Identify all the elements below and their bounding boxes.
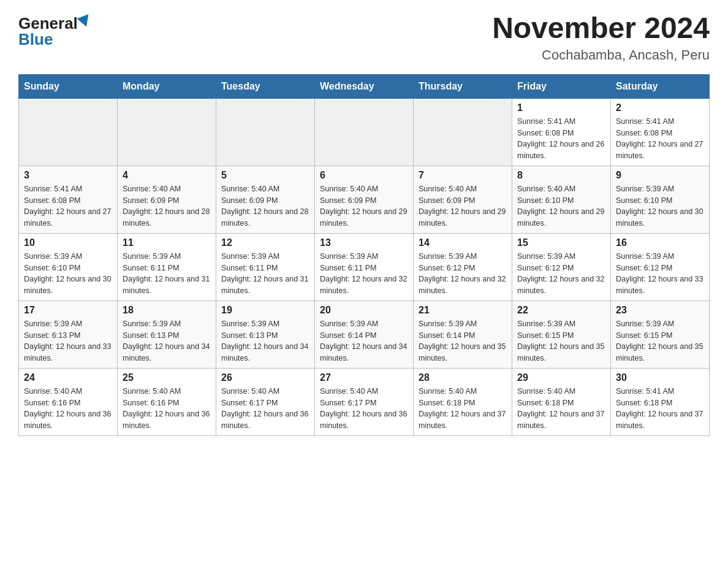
day-info: Sunrise: 5:39 AMSunset: 6:13 PMDaylight:…	[123, 318, 211, 364]
day-info: Sunrise: 5:40 AMSunset: 6:18 PMDaylight:…	[517, 386, 605, 432]
day-info: Sunrise: 5:40 AMSunset: 6:17 PMDaylight:…	[320, 386, 408, 432]
calendar-day-cell: 7Sunrise: 5:40 AMSunset: 6:09 PMDaylight…	[414, 166, 512, 233]
calendar-day-cell: 24Sunrise: 5:40 AMSunset: 6:16 PMDayligh…	[19, 368, 118, 435]
day-info: Sunrise: 5:39 AMSunset: 6:12 PMDaylight:…	[517, 251, 605, 297]
calendar-table: SundayMondayTuesdayWednesdayThursdayFrid…	[18, 74, 710, 436]
day-number: 20	[320, 305, 408, 316]
day-number: 7	[419, 170, 507, 181]
calendar-day-cell: 23Sunrise: 5:39 AMSunset: 6:15 PMDayligh…	[611, 301, 710, 368]
calendar-day-cell: 17Sunrise: 5:39 AMSunset: 6:13 PMDayligh…	[19, 301, 118, 368]
calendar-day-cell: 18Sunrise: 5:39 AMSunset: 6:13 PMDayligh…	[118, 301, 216, 368]
page-subtitle: Cochabamba, Ancash, Peru	[492, 47, 710, 63]
calendar-day-cell: 10Sunrise: 5:39 AMSunset: 6:10 PMDayligh…	[19, 233, 118, 301]
calendar-day-cell: 27Sunrise: 5:40 AMSunset: 6:17 PMDayligh…	[315, 368, 414, 435]
day-number: 5	[221, 170, 309, 181]
calendar-day-cell: 9Sunrise: 5:39 AMSunset: 6:10 PMDaylight…	[611, 166, 710, 233]
day-info: Sunrise: 5:39 AMSunset: 6:11 PMDaylight:…	[320, 251, 408, 297]
day-info: Sunrise: 5:40 AMSunset: 6:09 PMDaylight:…	[123, 183, 211, 229]
day-info: Sunrise: 5:40 AMSunset: 6:09 PMDaylight:…	[320, 183, 408, 229]
calendar-day-cell: 15Sunrise: 5:39 AMSunset: 6:12 PMDayligh…	[512, 233, 611, 301]
day-info: Sunrise: 5:39 AMSunset: 6:15 PMDaylight:…	[517, 318, 605, 364]
day-number: 30	[616, 372, 704, 383]
day-info: Sunrise: 5:39 AMSunset: 6:13 PMDaylight:…	[221, 318, 309, 364]
day-info: Sunrise: 5:39 AMSunset: 6:14 PMDaylight:…	[320, 318, 408, 364]
day-number: 3	[24, 170, 112, 181]
day-info: Sunrise: 5:40 AMSunset: 6:16 PMDaylight:…	[24, 386, 112, 432]
day-number: 24	[24, 372, 112, 383]
day-number: 6	[320, 170, 408, 181]
day-number: 22	[517, 305, 605, 316]
calendar-day-cell: 3Sunrise: 5:41 AMSunset: 6:08 PMDaylight…	[19, 166, 118, 233]
calendar-day-cell: 26Sunrise: 5:40 AMSunset: 6:17 PMDayligh…	[216, 368, 315, 435]
day-info: Sunrise: 5:40 AMSunset: 6:09 PMDaylight:…	[221, 183, 309, 229]
calendar-week-row: 10Sunrise: 5:39 AMSunset: 6:10 PMDayligh…	[19, 233, 710, 301]
calendar-day-cell	[118, 98, 216, 166]
calendar-day-cell: 12Sunrise: 5:39 AMSunset: 6:11 PMDayligh…	[216, 233, 315, 301]
day-number: 29	[517, 372, 605, 383]
calendar-day-cell: 21Sunrise: 5:39 AMSunset: 6:14 PMDayligh…	[414, 301, 512, 368]
calendar-day-cell: 25Sunrise: 5:40 AMSunset: 6:16 PMDayligh…	[118, 368, 216, 435]
day-info: Sunrise: 5:39 AMSunset: 6:11 PMDaylight:…	[123, 251, 211, 297]
logo: General Blue	[18, 12, 91, 47]
day-number: 11	[123, 237, 211, 248]
calendar-day-cell: 2Sunrise: 5:41 AMSunset: 6:08 PMDaylight…	[611, 98, 710, 166]
day-info: Sunrise: 5:40 AMSunset: 6:18 PMDaylight:…	[419, 386, 507, 432]
day-number: 8	[517, 170, 605, 181]
day-info: Sunrise: 5:41 AMSunset: 6:08 PMDaylight:…	[517, 116, 605, 162]
calendar-week-row: 3Sunrise: 5:41 AMSunset: 6:08 PMDaylight…	[19, 166, 710, 233]
day-of-week-header: Tuesday	[216, 74, 315, 98]
calendar-day-cell: 8Sunrise: 5:40 AMSunset: 6:10 PMDaylight…	[512, 166, 611, 233]
day-number: 10	[24, 237, 112, 248]
calendar-day-cell: 11Sunrise: 5:39 AMSunset: 6:11 PMDayligh…	[118, 233, 216, 301]
calendar-week-row: 1Sunrise: 5:41 AMSunset: 6:08 PMDaylight…	[19, 98, 710, 166]
day-info: Sunrise: 5:39 AMSunset: 6:10 PMDaylight:…	[24, 251, 112, 297]
calendar-header-row: SundayMondayTuesdayWednesdayThursdayFrid…	[19, 74, 710, 98]
day-number: 25	[123, 372, 211, 383]
day-number: 1	[517, 102, 605, 113]
day-number: 27	[320, 372, 408, 383]
day-info: Sunrise: 5:40 AMSunset: 6:16 PMDaylight:…	[123, 386, 211, 432]
day-number: 14	[419, 237, 507, 248]
day-info: Sunrise: 5:39 AMSunset: 6:10 PMDaylight:…	[616, 183, 704, 229]
day-number: 28	[419, 372, 507, 383]
calendar-day-cell: 1Sunrise: 5:41 AMSunset: 6:08 PMDaylight…	[512, 98, 611, 166]
day-number: 4	[123, 170, 211, 181]
day-number: 9	[616, 170, 704, 181]
day-info: Sunrise: 5:39 AMSunset: 6:13 PMDaylight:…	[24, 318, 112, 364]
page-title: November 2024	[492, 12, 710, 45]
day-info: Sunrise: 5:39 AMSunset: 6:11 PMDaylight:…	[221, 251, 309, 297]
logo-blue-text: Blue	[18, 31, 53, 47]
day-info: Sunrise: 5:40 AMSunset: 6:10 PMDaylight:…	[517, 183, 605, 229]
day-of-week-header: Wednesday	[315, 74, 414, 98]
day-info: Sunrise: 5:40 AMSunset: 6:17 PMDaylight:…	[221, 386, 309, 432]
calendar-day-cell: 19Sunrise: 5:39 AMSunset: 6:13 PMDayligh…	[216, 301, 315, 368]
day-of-week-header: Monday	[118, 74, 216, 98]
calendar-week-row: 17Sunrise: 5:39 AMSunset: 6:13 PMDayligh…	[19, 301, 710, 368]
calendar-week-row: 24Sunrise: 5:40 AMSunset: 6:16 PMDayligh…	[19, 368, 710, 435]
logo-general-text: General	[18, 15, 78, 31]
calendar-day-cell	[216, 98, 315, 166]
day-of-week-header: Thursday	[414, 74, 512, 98]
day-info: Sunrise: 5:39 AMSunset: 6:15 PMDaylight:…	[616, 318, 704, 364]
day-number: 17	[24, 305, 112, 316]
page-header: General Blue November 2024 Cochabamba, A…	[18, 12, 710, 63]
calendar-day-cell: 16Sunrise: 5:39 AMSunset: 6:12 PMDayligh…	[611, 233, 710, 301]
calendar-day-cell: 4Sunrise: 5:40 AMSunset: 6:09 PMDaylight…	[118, 166, 216, 233]
calendar-day-cell	[414, 98, 512, 166]
calendar-day-cell	[19, 98, 118, 166]
day-number: 18	[123, 305, 211, 316]
day-info: Sunrise: 5:39 AMSunset: 6:12 PMDaylight:…	[616, 251, 704, 297]
day-number: 2	[616, 102, 704, 113]
day-number: 15	[517, 237, 605, 248]
calendar-day-cell: 20Sunrise: 5:39 AMSunset: 6:14 PMDayligh…	[315, 301, 414, 368]
day-info: Sunrise: 5:41 AMSunset: 6:08 PMDaylight:…	[24, 183, 112, 229]
logo-triangle-icon	[77, 14, 92, 29]
day-number: 21	[419, 305, 507, 316]
day-info: Sunrise: 5:39 AMSunset: 6:12 PMDaylight:…	[419, 251, 507, 297]
day-of-week-header: Saturday	[611, 74, 710, 98]
day-number: 16	[616, 237, 704, 248]
day-info: Sunrise: 5:41 AMSunset: 6:18 PMDaylight:…	[616, 386, 704, 432]
calendar-day-cell: 13Sunrise: 5:39 AMSunset: 6:11 PMDayligh…	[315, 233, 414, 301]
day-of-week-header: Sunday	[19, 74, 118, 98]
day-info: Sunrise: 5:40 AMSunset: 6:09 PMDaylight:…	[419, 183, 507, 229]
